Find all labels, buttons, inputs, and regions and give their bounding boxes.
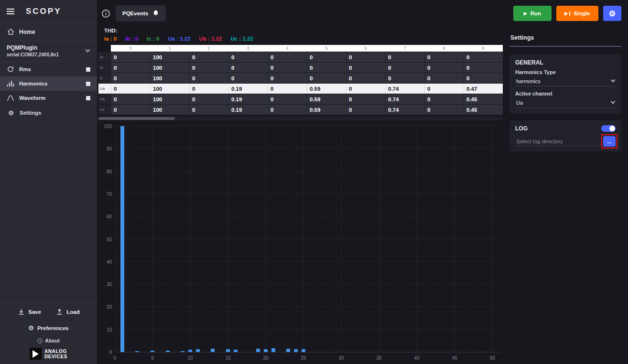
- preferences-button[interactable]: ⚙ Preferences: [0, 321, 97, 334]
- table-row[interactable]: Ub010000.1900.5900.7400.45: [98, 94, 503, 104]
- table-row[interactable]: Ua010000.1900.5900.7400.47: [98, 84, 503, 94]
- table-cell[interactable]: 0.47: [464, 84, 503, 94]
- info-button[interactable]: i: [102, 10, 110, 18]
- table-cell[interactable]: 0: [385, 63, 424, 73]
- save-button[interactable]: Save: [17, 309, 41, 315]
- table-cell[interactable]: 0: [228, 63, 268, 73]
- table-cell[interactable]: 0: [346, 105, 385, 115]
- table-row[interactable]: Ic010000000000: [98, 73, 503, 83]
- table-cell[interactable]: 0: [111, 94, 150, 104]
- table-scrollbar[interactable]: [98, 117, 503, 120]
- table-cell[interactable]: 0: [307, 63, 346, 73]
- scrollbar-thumb[interactable]: [98, 117, 175, 120]
- table-cell[interactable]: 0: [268, 63, 307, 73]
- table-cell[interactable]: 0: [189, 94, 228, 104]
- browse-button[interactable]: ...: [603, 136, 616, 147]
- table-cell[interactable]: 0: [346, 84, 385, 94]
- table-cell[interactable]: 0: [464, 73, 503, 83]
- table-cell[interactable]: 100: [150, 105, 189, 115]
- table-cell[interactable]: 0: [189, 84, 228, 94]
- table-cell[interactable]: 0: [111, 52, 150, 62]
- column-header[interactable]: 3: [228, 45, 268, 52]
- sidebar-item-settings[interactable]: ⚙ Settings: [0, 105, 97, 120]
- active-channel-select[interactable]: Ua: [515, 97, 616, 108]
- harmonics-type-select[interactable]: harmonics: [515, 76, 616, 86]
- tool-indicator[interactable]: [86, 96, 90, 100]
- table-cell[interactable]: 0: [189, 105, 228, 115]
- table-cell[interactable]: 0.59: [307, 94, 346, 104]
- log-directory-input[interactable]: [515, 137, 599, 146]
- single-button[interactable]: ▶ Single: [556, 6, 598, 21]
- table-row[interactable]: Ia010000000000: [98, 52, 503, 62]
- table-cell[interactable]: 0: [424, 52, 464, 62]
- table-cell[interactable]: 0.74: [385, 84, 424, 94]
- table-cell[interactable]: 0.59: [307, 84, 346, 94]
- sidebar-item-rms[interactable]: Rms: [0, 62, 97, 76]
- table-cell[interactable]: 0: [346, 63, 385, 73]
- sidebar-item-pqmplugin[interactable]: PQMPlugin serial:COM37,2400,8n1: [0, 41, 97, 62]
- table-cell[interactable]: 0.19: [228, 94, 268, 104]
- table-cell[interactable]: 0: [111, 63, 150, 73]
- run-button[interactable]: ▶ Run: [513, 6, 552, 21]
- table-row[interactable]: Ib010000000000: [98, 63, 503, 73]
- table-cell[interactable]: 0: [424, 73, 464, 83]
- table-cell[interactable]: 0: [189, 73, 228, 83]
- table-cell[interactable]: 0: [307, 52, 346, 62]
- log-toggle[interactable]: [601, 125, 616, 132]
- menu-toggle-icon[interactable]: [7, 9, 14, 14]
- column-header[interactable]: 6: [346, 45, 385, 52]
- load-button[interactable]: Load: [55, 309, 79, 315]
- table-cell[interactable]: 0: [424, 63, 464, 73]
- table-cell[interactable]: 0: [111, 73, 150, 83]
- settings-gear-button[interactable]: ⚙: [603, 6, 621, 21]
- column-header[interactable]: 8: [424, 45, 464, 52]
- table-cell[interactable]: 0.59: [307, 105, 346, 115]
- table-cell[interactable]: 0: [385, 73, 424, 83]
- table-cell[interactable]: 0: [189, 52, 228, 62]
- table-cell[interactable]: 0: [228, 52, 268, 62]
- chart-plot-area[interactable]: 0102030405060708090100051015202530354045…: [115, 126, 500, 353]
- table-cell[interactable]: 0: [268, 52, 307, 62]
- chevron-down-icon[interactable]: [86, 48, 90, 53]
- table-cell[interactable]: 100: [150, 63, 189, 73]
- table-cell[interactable]: 0: [268, 84, 307, 94]
- table-cell[interactable]: 0: [307, 73, 346, 83]
- table-cell[interactable]: 0: [268, 73, 307, 83]
- table-cell[interactable]: 0: [346, 52, 385, 62]
- column-header[interactable]: 7: [385, 45, 424, 52]
- table-cell[interactable]: 0: [111, 84, 150, 94]
- table-cell[interactable]: 0: [464, 63, 503, 73]
- column-header[interactable]: 5: [307, 45, 346, 52]
- table-cell[interactable]: 100: [150, 73, 189, 83]
- table-cell[interactable]: 0.19: [228, 84, 268, 94]
- table-cell[interactable]: 0: [346, 94, 385, 104]
- pqevents-button[interactable]: PQEvents: [116, 5, 166, 21]
- table-cell[interactable]: 100: [150, 52, 189, 62]
- table-cell[interactable]: 0: [385, 52, 424, 62]
- table-cell[interactable]: 0.74: [385, 94, 424, 104]
- table-cell[interactable]: 0: [268, 94, 307, 104]
- table-cell[interactable]: 0.45: [464, 105, 503, 115]
- table-cell[interactable]: 0: [111, 105, 150, 115]
- sidebar-item-home[interactable]: Home: [0, 23, 97, 41]
- table-cell[interactable]: 0: [268, 105, 307, 115]
- tool-indicator[interactable]: [86, 82, 90, 86]
- tool-indicator[interactable]: [86, 67, 90, 72]
- table-cell[interactable]: 0: [189, 63, 228, 73]
- table-cell[interactable]: 0.74: [385, 105, 424, 115]
- column-header[interactable]: 2: [189, 45, 228, 52]
- table-cell[interactable]: 0: [424, 105, 464, 115]
- column-header[interactable]: 1: [150, 45, 189, 52]
- sidebar-item-harmonics[interactable]: Harmonics: [0, 76, 97, 91]
- table-cell[interactable]: 0: [346, 73, 385, 83]
- table-row[interactable]: Uc010000.1900.5900.7400.45: [98, 105, 503, 115]
- column-header[interactable]: 9: [464, 45, 503, 52]
- table-cell[interactable]: 0: [424, 84, 464, 94]
- about-button[interactable]: i About: [0, 334, 97, 345]
- table-cell[interactable]: 0: [424, 94, 464, 104]
- column-header[interactable]: 0: [111, 45, 150, 52]
- table-cell[interactable]: 0.45: [464, 94, 503, 104]
- table-cell[interactable]: 0: [464, 52, 503, 62]
- sidebar-item-waveform[interactable]: Waveform: [0, 91, 97, 105]
- table-cell[interactable]: 100: [150, 94, 189, 104]
